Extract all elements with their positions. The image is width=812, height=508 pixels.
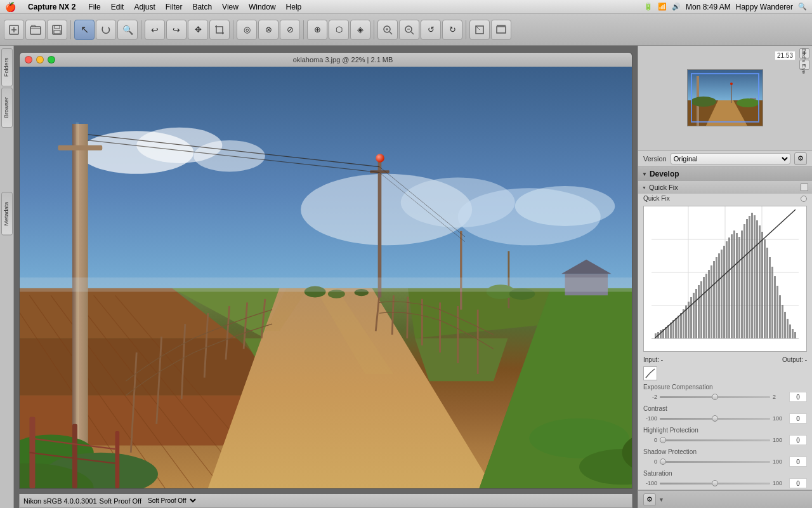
- soft-proof-select[interactable]: Soft Proof Off Soft Proof On: [144, 497, 198, 505]
- saturation-value[interactable]: [789, 478, 807, 488]
- resize-btn[interactable]: [469, 20, 490, 40]
- io-row: Input: - Output: -: [638, 354, 812, 365]
- shadow-slider[interactable]: [660, 461, 770, 463]
- svg-point-52: [376, 154, 384, 163]
- svg-point-25: [515, 186, 615, 226]
- bottom-settings-btn[interactable]: ⚙: [643, 493, 656, 506]
- brush-tool-btn[interactable]: ⊕: [307, 20, 327, 40]
- svg-rect-109: [705, 274, 707, 338]
- svg-rect-50: [378, 158, 382, 297]
- window-close-btn[interactable]: [25, 56, 32, 64]
- develop-section: ▼ Develop ▼ Quick Fix Quick Fix: [638, 167, 812, 490]
- svg-rect-106: [698, 285, 700, 338]
- window-minimize-btn[interactable]: [36, 56, 44, 64]
- menu-adjust[interactable]: Adjust: [129, 2, 159, 12]
- new-btn[interactable]: [4, 20, 24, 40]
- rotate-right-btn[interactable]: ↻: [442, 20, 462, 40]
- exposure-thumb[interactable]: [712, 394, 718, 400]
- hand-tool-btn[interactable]: ✥: [188, 20, 208, 40]
- svg-rect-143: [792, 329, 794, 338]
- canvas-btn[interactable]: [491, 20, 511, 40]
- version-select[interactable]: Original Version 1 Version 2: [671, 153, 790, 164]
- apple-menu[interactable]: 🍎: [5, 2, 16, 12]
- menu-view[interactable]: View: [218, 2, 243, 12]
- contrast-value[interactable]: [789, 413, 807, 424]
- quick-fix-label-text: Quick Fix: [643, 195, 670, 202]
- svg-rect-103: [690, 297, 692, 338]
- menubar-right: 🔋 📶 🔊 Mon 8:49 AM Happy Wanderer 🔍: [644, 3, 807, 11]
- app-name[interactable]: Capture NX 2: [23, 2, 80, 12]
- highlight-thumb[interactable]: [660, 437, 666, 443]
- svg-rect-91: [660, 330, 662, 338]
- shadow-min: 0: [643, 458, 657, 465]
- version-settings-btn[interactable]: ⚙: [794, 152, 807, 165]
- menu-filter[interactable]: Filter: [161, 2, 187, 12]
- select-tool-btn[interactable]: ↖: [74, 20, 95, 40]
- contrast-thumb[interactable]: [712, 415, 718, 422]
- quick-fix-header[interactable]: ▼ Quick Fix: [638, 181, 812, 194]
- shadow-label: Shadow Protection: [643, 448, 697, 455]
- svg-rect-49: [58, 145, 102, 150]
- edit-panel: ▼ Develop ▼ Quick Fix Quick Fix: [638, 167, 812, 490]
- quick-fix-radio[interactable]: [801, 196, 807, 202]
- shadow-thumb[interactable]: [660, 458, 666, 465]
- contrast-slider[interactable]: [660, 418, 770, 420]
- zoom-plus-btn[interactable]: [377, 20, 398, 40]
- search-icon[interactable]: 🔍: [798, 3, 807, 11]
- sidebar-tab-folders[interactable]: Folders: [1, 48, 13, 86]
- exposure-value[interactable]: [789, 392, 807, 402]
- gradient-tool-btn[interactable]: ⬡: [329, 20, 349, 40]
- birds-eye-panel: + 21.53 - Bird's Eye: [638, 46, 812, 150]
- magnify-tool-btn[interactable]: 🔍: [117, 20, 138, 40]
- svg-rect-78: [731, 84, 732, 103]
- undo-btn[interactable]: ↩: [145, 20, 165, 40]
- quick-fix-checkbox[interactable]: [801, 184, 808, 191]
- crop-tool-btn[interactable]: [209, 20, 230, 40]
- contrast-min: -100: [643, 415, 657, 422]
- heal-tool-btn[interactable]: ◎: [237, 20, 257, 40]
- window-maximize-btn[interactable]: [48, 56, 55, 64]
- saturation-slider[interactable]: [660, 483, 770, 485]
- eyedropper-btn[interactable]: ◈: [350, 20, 370, 40]
- exposure-slider[interactable]: [660, 396, 770, 398]
- lasso-tool-btn[interactable]: [96, 20, 116, 40]
- svg-rect-105: [695, 289, 697, 338]
- menu-batch[interactable]: Batch: [188, 2, 216, 12]
- retouch-tool-btn[interactable]: ⊘: [280, 20, 300, 40]
- menu-file[interactable]: File: [84, 2, 105, 12]
- redo-btn[interactable]: ↪: [166, 20, 187, 40]
- zoom-minus-btn[interactable]: [399, 20, 419, 40]
- image-canvas[interactable]: [20, 67, 632, 488]
- saturation-thumb[interactable]: [712, 480, 718, 486]
- svg-rect-124: [743, 224, 745, 338]
- svg-rect-115: [721, 250, 723, 338]
- highlight-slider[interactable]: [660, 439, 770, 441]
- menu-window[interactable]: Window: [244, 2, 280, 12]
- highlight-value[interactable]: [789, 435, 807, 445]
- svg-rect-53: [460, 231, 462, 310]
- open-btn[interactable]: [25, 20, 46, 40]
- menubar: 🍎 Capture NX 2 File Edit Adjust Filter B…: [0, 0, 812, 14]
- contrast-label: Contrast: [643, 405, 667, 412]
- svg-rect-96: [672, 320, 674, 338]
- curve-icon[interactable]: [643, 366, 657, 380]
- develop-header[interactable]: ▼ Develop: [638, 167, 812, 181]
- quick-fix-section: ▼ Quick Fix Quick Fix: [638, 181, 812, 490]
- svg-rect-132: [764, 239, 766, 338]
- svg-rect-95: [670, 323, 672, 338]
- menu-help[interactable]: Help: [282, 2, 306, 12]
- svg-rect-126: [749, 216, 750, 338]
- svg-rect-121: [736, 233, 738, 338]
- svg-rect-139: [782, 305, 783, 338]
- menu-edit[interactable]: Edit: [107, 2, 129, 12]
- rotate-left-btn[interactable]: ↺: [421, 20, 441, 40]
- svg-rect-120: [733, 231, 735, 338]
- shadow-label-row: Shadow Protection: [638, 446, 812, 455]
- sidebar-tab-browser[interactable]: Browser: [1, 88, 13, 128]
- sidebar-tab-metadata[interactable]: Metadata: [1, 192, 13, 236]
- highlight-max: 100: [773, 437, 787, 443]
- redeye-tool-btn[interactable]: ⊗: [258, 20, 278, 40]
- save-btn[interactable]: [47, 20, 67, 40]
- svg-rect-110: [708, 270, 710, 338]
- shadow-value[interactable]: [789, 457, 807, 467]
